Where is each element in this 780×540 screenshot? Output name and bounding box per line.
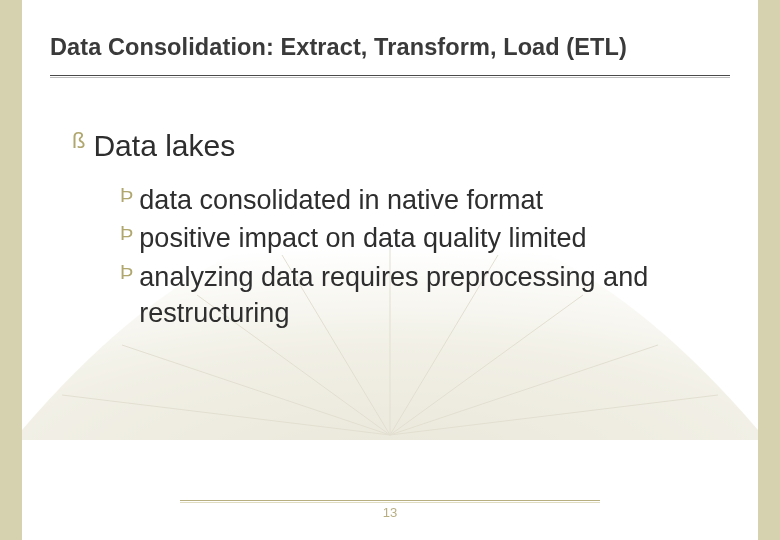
- title-underline: [50, 75, 730, 76]
- bullet-level2-icon: Þ: [120, 182, 133, 209]
- bullet-level2-item: Þ analyzing data requires preprocessing …: [120, 259, 718, 332]
- bullet-level2-icon: Þ: [120, 220, 133, 247]
- left-border-band: [0, 0, 22, 540]
- svg-line-7: [390, 345, 658, 435]
- right-border-band: [758, 0, 780, 540]
- svg-line-8: [390, 395, 718, 435]
- slide-footer: 13: [22, 500, 758, 520]
- bullet-level2-item: Þ data consolidated in native format: [120, 182, 718, 218]
- content-area: ß Data lakes Þ data consolidated in nati…: [72, 128, 718, 334]
- bullet-level2-text: analyzing data requires preprocessing an…: [139, 259, 718, 332]
- footer-divider: [180, 500, 600, 501]
- slide-title: Data Consolidation: Extract, Transform, …: [50, 34, 730, 61]
- slide-body: Data Consolidation: Extract, Transform, …: [22, 0, 758, 540]
- bullet-level2-text: positive impact on data quality limited: [139, 220, 586, 256]
- bullet-level1: ß Data lakes: [72, 128, 718, 164]
- title-block: Data Consolidation: Extract, Transform, …: [50, 34, 730, 76]
- bullet-level2-item: Þ positive impact on data quality limite…: [120, 220, 718, 256]
- bullet-level1-text: Data lakes: [93, 128, 235, 164]
- svg-line-0: [62, 395, 390, 435]
- page-number: 13: [22, 505, 758, 520]
- bullet-level2-icon: Þ: [120, 259, 133, 286]
- bullet-level1-icon: ß: [72, 128, 85, 154]
- svg-line-1: [122, 345, 390, 435]
- bullet-level2-group: Þ data consolidated in native format Þ p…: [120, 182, 718, 332]
- bullet-level2-text: data consolidated in native format: [139, 182, 543, 218]
